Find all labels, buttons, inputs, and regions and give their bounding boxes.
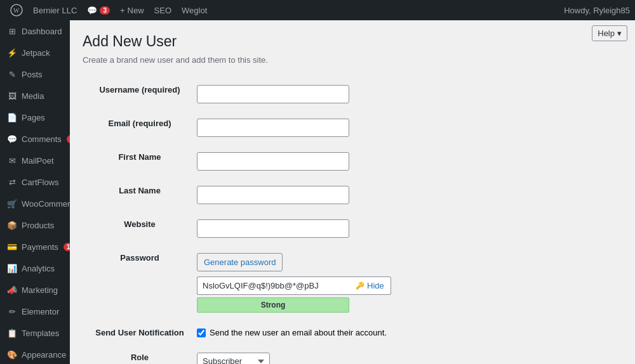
sidebar-label-cartflows: CartFlows (22, 178, 59, 187)
media-icon: 🖼 (6, 90, 18, 101)
sidebar-item-marketing[interactable]: 📣 Marketing (0, 279, 70, 301)
notification-row: Send User Notification Send the new user… (83, 320, 622, 345)
products-icon: 📦 (6, 219, 18, 231)
password-input-row: 🔑 Hide (197, 276, 622, 295)
adminbar-comments[interactable]: 💬 3 (82, 0, 115, 20)
firstname-input[interactable] (197, 152, 349, 171)
sidebar-item-posts[interactable]: ✎ Posts (0, 63, 70, 85)
sidebar-item-mailpoet[interactable]: ✉ MailPoet (0, 150, 70, 171)
sidebar-item-payments[interactable]: 💳 Payments 1 (0, 236, 70, 257)
sidebar-label-marketing: Marketing (22, 285, 58, 295)
comments-icon: 💬 (6, 133, 18, 145)
sidebar-label-dashboard: Dashboard (22, 27, 62, 36)
password-row: Password Generate password 🔑 Hide (83, 245, 622, 320)
firstname-row: First Name (83, 145, 622, 178)
sidebar-label-payments: Payments (22, 242, 58, 252)
sidebar-label-elementor: Elementor (22, 307, 59, 316)
email-row: Email (required) (83, 111, 622, 145)
mailpoet-icon: ✉ (6, 155, 18, 166)
adminbar-weglot[interactable]: Weglot (177, 0, 212, 20)
sidebar-label-mailpoet: MailPoet (22, 156, 54, 166)
analytics-icon: 📊 (6, 263, 18, 274)
notification-checkbox-row: Send the new user an email about their a… (197, 328, 622, 337)
main-content: Help ▾ Add New User Create a brand new u… (70, 20, 635, 364)
notification-checkbox[interactable] (197, 328, 206, 337)
sidebar-label-woocommerce: WooCommerce (22, 199, 70, 209)
elementor-icon: ✏ (6, 306, 18, 317)
sidebar-item-jetpack[interactable]: ⚡ Jetpack (0, 42, 70, 63)
sidebar-label-comments: Comments (22, 134, 62, 144)
notification-label: Send User Notification (95, 328, 184, 337)
sidebar-item-media[interactable]: 🖼 Media (0, 85, 70, 107)
sidebar-item-templates[interactable]: 📋 Templates (0, 322, 70, 344)
adminbar-site-name[interactable]: Bernier LLC (28, 0, 82, 20)
admin-bar: W Bernier LLC 💬 3 + New SEO Weglot Howdy… (0, 0, 635, 20)
username-input[interactable] (197, 85, 349, 103)
sidebar-item-cartflows[interactable]: ⇄ CartFlows (0, 171, 70, 193)
sidebar-label-jetpack: Jetpack (22, 48, 50, 58)
add-user-form: Username (required) Email (required) Fir… (83, 77, 622, 364)
sidebar-item-dashboard[interactable]: ⊞ Dashboard (0, 20, 70, 42)
sidebar-label-posts: Posts (22, 70, 43, 79)
marketing-icon: 📣 (6, 284, 18, 296)
sidebar-item-analytics[interactable]: 📊 Analytics (0, 257, 70, 279)
notification-text: Send the new user an email about their a… (210, 328, 387, 337)
woocommerce-icon: 🛒 (6, 198, 18, 209)
role-row: Role Subscriber Contributor Author Edito… (83, 345, 622, 364)
sidebar-label-media: Media (22, 91, 44, 101)
adminbar-wp-logo[interactable]: W (5, 0, 28, 20)
firstname-label: First Name (118, 152, 161, 162)
sidebar-item-products[interactable]: 📦 Products (0, 214, 70, 236)
svg-text:W: W (13, 7, 20, 14)
generate-password-button[interactable]: Generate password (197, 253, 283, 271)
adminbar-new[interactable]: + New (115, 0, 149, 20)
adminbar-seo[interactable]: SEO (149, 0, 177, 20)
lastname-input[interactable] (197, 186, 349, 204)
sidebar-label-templates: Templates (22, 328, 59, 338)
page-subtitle: Create a brand new user and add them to … (83, 55, 622, 65)
admin-sidebar: ⊞ Dashboard ⚡ Jetpack ✎ Posts 🖼 Media 📄 … (0, 20, 70, 364)
appearance-icon: 🎨 (6, 349, 18, 360)
lastname-row: Last Name (83, 178, 622, 212)
jetpack-icon: ⚡ (6, 47, 18, 58)
pages-icon: 📄 (6, 112, 18, 123)
password-label: Password (120, 253, 159, 263)
password-input[interactable] (197, 276, 349, 295)
sidebar-item-elementor[interactable]: ✏ Elementor (0, 301, 70, 322)
templates-icon: 📋 (6, 327, 18, 339)
key-icon: 🔑 (356, 282, 364, 290)
help-button[interactable]: Help ▾ (592, 25, 627, 41)
adminbar-howdy: Howdy, Ryleigh85 (564, 6, 630, 15)
sidebar-item-woocommerce[interactable]: 🛒 WooCommerce (0, 193, 70, 214)
website-row: Website (83, 212, 622, 245)
email-label: Email (required) (109, 119, 171, 128)
sidebar-label-appearance: Appearance (22, 350, 66, 360)
role-select[interactable]: Subscriber Contributor Author Editor Adm… (197, 353, 270, 364)
hide-password-button[interactable]: 🔑 Hide (349, 276, 391, 295)
posts-icon: ✎ (6, 68, 18, 80)
role-label: Role (131, 353, 149, 362)
website-label: Website (124, 219, 156, 229)
sidebar-item-pages[interactable]: 📄 Pages (0, 107, 70, 128)
page-wrap: Add New User Create a brand new user and… (83, 33, 622, 364)
password-strength-bar: Strong (197, 297, 349, 313)
lastname-label: Last Name (119, 186, 161, 195)
password-input-wrap (197, 276, 349, 295)
sidebar-label-products: Products (22, 221, 54, 230)
username-label: Username (required) (99, 85, 180, 94)
sidebar-label-pages: Pages (22, 113, 45, 122)
dashboard-icon: ⊞ (6, 25, 18, 37)
sidebar-label-analytics: Analytics (22, 264, 55, 273)
payments-icon: 💳 (6, 241, 18, 252)
email-input[interactable] (197, 119, 349, 137)
sidebar-item-appearance[interactable]: 🎨 Appearance (0, 344, 70, 364)
website-input[interactable] (197, 219, 349, 238)
page-title: Add New User (83, 33, 622, 50)
username-row: Username (required) (83, 77, 622, 111)
cartflows-icon: ⇄ (6, 176, 18, 188)
payments-badge: 1 (64, 243, 70, 251)
sidebar-item-comments[interactable]: 💬 Comments 3 (0, 128, 70, 150)
